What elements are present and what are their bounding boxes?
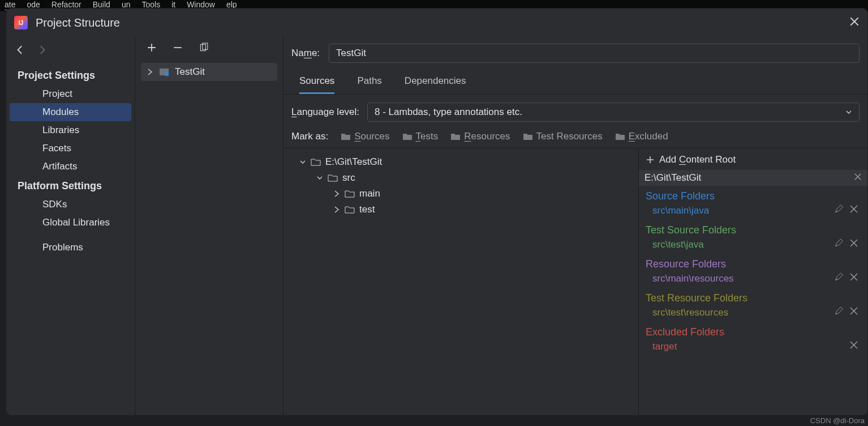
- chevron-right-icon: [147, 69, 153, 75]
- folder-icon: [341, 132, 351, 141]
- folder-icon: [328, 173, 338, 182]
- mark-tests-button[interactable]: Tests: [402, 131, 439, 142]
- add-module-button[interactable]: [147, 42, 157, 55]
- chevron-down-icon: [316, 174, 323, 181]
- nav-back-button[interactable]: [15, 45, 25, 57]
- project-structure-dialog: IJ Project Structure Project Settings Pr…: [6, 8, 868, 416]
- folder-group-title: Resource Folders: [646, 258, 861, 270]
- folder-entry[interactable]: src\test\resources: [646, 304, 861, 321]
- remove-folder-button[interactable]: [849, 238, 858, 250]
- close-icon: [849, 272, 858, 282]
- edit-folder-button[interactable]: [835, 306, 844, 318]
- pencil-icon: [835, 205, 844, 214]
- mark-resources-button[interactable]: Resources: [450, 131, 510, 142]
- tree-row-src[interactable]: src: [288, 170, 634, 186]
- language-level-value: 8 - Lambdas, type annotations etc.: [375, 107, 522, 118]
- name-label: Name:: [291, 48, 320, 59]
- close-icon: [849, 340, 858, 350]
- content-root-path[interactable]: E:\Git\TestGit: [639, 170, 867, 186]
- close-icon: [849, 238, 858, 248]
- close-button[interactable]: [849, 16, 860, 29]
- tab-paths[interactable]: Paths: [357, 75, 381, 94]
- module-name-input[interactable]: [329, 44, 860, 63]
- module-detail-pane: Name: SourcesPathsDependencies Language …: [283, 37, 867, 415]
- remove-folder-button[interactable]: [849, 306, 858, 318]
- settings-sidebar: Project Settings ProjectModulesLibraries…: [6, 37, 135, 415]
- watermark: CSDN @di-Dora: [810, 416, 865, 425]
- close-icon: [849, 16, 860, 27]
- folder-group-title: Test Resource Folders: [646, 292, 861, 304]
- folder-entry[interactable]: target: [646, 338, 861, 355]
- sidebar-item-modules[interactable]: Modules: [10, 103, 131, 121]
- close-icon: [849, 205, 858, 214]
- module-icon: [159, 67, 169, 77]
- chevron-down-icon: [299, 159, 306, 165]
- edit-folder-button[interactable]: [835, 272, 844, 284]
- folder-entry[interactable]: src\test\java: [646, 236, 861, 253]
- remove-module-button[interactable]: [173, 42, 183, 55]
- folder-icon: [450, 132, 461, 141]
- tab-sources[interactable]: Sources: [299, 75, 334, 94]
- remove-content-root-button[interactable]: [854, 172, 862, 184]
- folder-entry[interactable]: src\main\java: [646, 202, 861, 219]
- section-project-settings: Project Settings: [6, 65, 135, 85]
- folder-icon: [402, 132, 412, 141]
- edit-folder-button[interactable]: [835, 238, 844, 250]
- module-name: TestGit: [175, 66, 205, 78]
- section-platform-settings: Platform Settings: [6, 176, 135, 195]
- close-icon: [854, 173, 862, 181]
- mark-as-label: Mark as:: [291, 131, 328, 142]
- svg-rect-3: [165, 72, 169, 76]
- pencil-icon: [835, 238, 844, 248]
- language-level-combo[interactable]: 8 - Lambdas, type annotations etc.: [367, 103, 860, 122]
- intellij-icon: IJ: [14, 16, 28, 29]
- nav-forward-button[interactable]: [37, 45, 47, 57]
- module-tabs: SourcesPathsDependencies: [283, 63, 867, 95]
- close-icon: [849, 306, 858, 316]
- sidebar-item-artifacts[interactable]: Artifacts: [6, 157, 135, 176]
- sidebar-item-sdks[interactable]: SDKs: [6, 195, 135, 214]
- sidebar-item-global-libraries[interactable]: Global Libraries: [6, 214, 135, 232]
- content-roots-pane: Add Content Root E:\Git\TestGit Source F…: [639, 148, 867, 415]
- tree-row-test[interactable]: test: [288, 202, 634, 218]
- sidebar-item-project[interactable]: Project: [6, 85, 135, 103]
- pencil-icon: [835, 306, 844, 316]
- folder-icon: [311, 157, 321, 167]
- sidebar-item-problems[interactable]: Problems: [6, 238, 135, 257]
- copy-module-button[interactable]: [199, 42, 209, 55]
- module-item-testgit[interactable]: TestGit: [141, 63, 277, 81]
- tree-row-main[interactable]: main: [288, 186, 634, 202]
- module-list-pane: TestGit: [135, 37, 283, 415]
- chevron-right-icon: [333, 206, 340, 213]
- mark-sources-button[interactable]: Sources: [341, 131, 389, 142]
- tree-row-root[interactable]: E:\Git\TestGit: [288, 154, 634, 170]
- chevron-down-icon: [845, 109, 852, 116]
- remove-folder-button[interactable]: [849, 205, 858, 216]
- pencil-icon: [835, 272, 844, 282]
- folder-icon: [345, 189, 355, 198]
- folder-icon: [345, 205, 355, 214]
- folder-group-title: Test Source Folders: [646, 224, 861, 236]
- plus-icon: [646, 155, 655, 164]
- mark-as-row: Mark as: SourcesTestsResourcesTest Resou…: [283, 122, 867, 148]
- folder-icon: [615, 132, 625, 141]
- add-content-root-button[interactable]: Add Content Root: [646, 154, 736, 165]
- folder-group-title: Excluded Folders: [646, 326, 861, 338]
- chevron-right-icon: [333, 190, 340, 197]
- mark-excluded-button[interactable]: Excluded: [615, 131, 668, 142]
- mark-test-resources-button[interactable]: Test Resources: [523, 131, 603, 142]
- remove-folder-button[interactable]: [849, 340, 858, 352]
- tab-dependencies[interactable]: Dependencies: [405, 75, 466, 94]
- dialog-title: Project Structure: [36, 16, 120, 29]
- sidebar-item-facets[interactable]: Facets: [6, 139, 135, 157]
- remove-folder-button[interactable]: [849, 272, 858, 284]
- dialog-titlebar: IJ Project Structure: [6, 8, 867, 37]
- sidebar-item-libraries[interactable]: Libraries: [6, 121, 135, 139]
- language-level-label: Language level:: [291, 107, 359, 118]
- folder-entry[interactable]: src\main\resources: [646, 270, 861, 287]
- folder-icon: [523, 132, 533, 141]
- edit-folder-button[interactable]: [835, 205, 844, 216]
- folder-group-title: Source Folders: [646, 190, 861, 202]
- source-tree-pane: E:\Git\TestGit src main: [283, 148, 639, 415]
